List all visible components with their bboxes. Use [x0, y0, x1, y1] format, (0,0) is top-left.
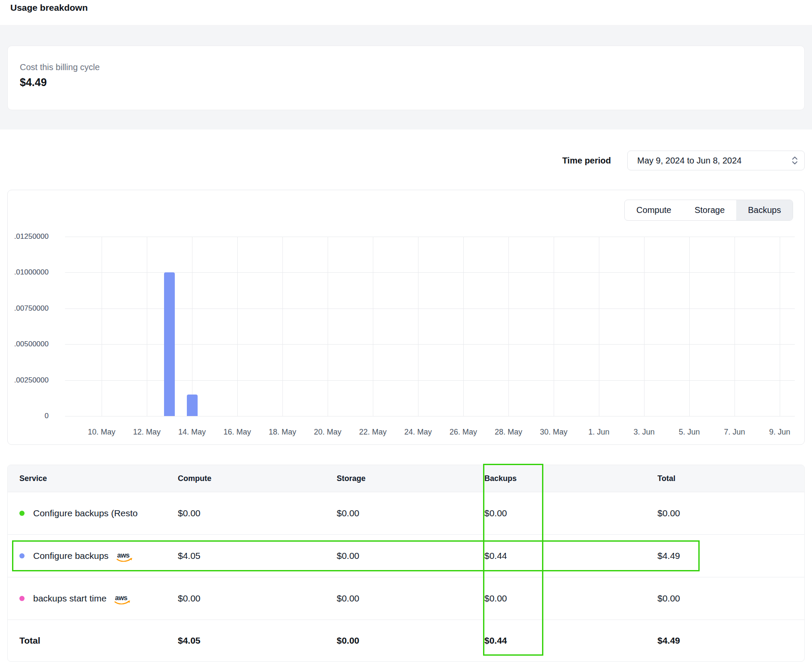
usage-page: Usage breakdown Cost this billing cycle …	[0, 0, 812, 666]
service-name: backups start time	[33, 593, 106, 604]
total-value: $0.00	[657, 508, 792, 518]
billing-cycle-label: Cost this billing cycle	[20, 62, 792, 72]
usage-table-header: ServiceComputeStorageBackupsTotal	[8, 465, 804, 492]
backups-value: $0.00	[484, 593, 657, 604]
aws-logo: aws	[113, 594, 131, 604]
storage-value: $0.00	[337, 593, 484, 604]
chart-bars	[8, 190, 804, 444]
total-label: Total	[19, 635, 178, 646]
column-header-storage: Storage	[337, 474, 484, 483]
chevron-up-down-icon	[791, 155, 798, 166]
series-dot	[19, 553, 25, 558]
service-cell: Configure backupsaws	[19, 550, 178, 562]
aws-logo: aws	[115, 551, 133, 562]
time-period-value: May 9, 2024 to Jun 8, 2024	[637, 156, 741, 166]
usage-table-body: Configure backups (Resto$0.00$0.00$0.00$…	[8, 492, 804, 661]
total-value: $0.00	[657, 593, 792, 604]
time-period-select[interactable]: May 9, 2024 to Jun 8, 2024	[627, 151, 805, 170]
service-name: Configure backups (Resto	[33, 508, 138, 518]
tab-backups[interactable]: Backups	[736, 200, 793, 220]
chart-bar-13-may	[164, 272, 175, 416]
billing-cycle-amount: $4.49	[20, 76, 792, 89]
compute-value: $0.00	[178, 593, 337, 604]
page-title: Usage breakdown	[10, 3, 88, 13]
svg-text:aws: aws	[115, 594, 127, 601]
column-header-total: Total	[657, 474, 792, 483]
column-header-backups: Backups	[484, 474, 657, 483]
series-dot	[19, 596, 25, 601]
compute-value: $0.00	[178, 508, 337, 518]
total-backups-value: $0.44	[484, 635, 657, 646]
table-row-configure-backups-resto: Configure backups (Resto$0.00$0.00$0.00$…	[8, 492, 804, 535]
aws-logo: aws	[113, 594, 131, 604]
table-row-backups-start-time: backups start timeaws$0.00$0.00$0.00$0.0…	[8, 577, 804, 620]
tab-compute[interactable]: Compute	[625, 200, 683, 220]
usage-table: ServiceComputeStorageBackupsTotal Config…	[7, 465, 805, 662]
storage-value: $0.00	[337, 551, 484, 561]
chart-tabs: ComputeStorageBackups	[624, 200, 793, 221]
series-dot	[19, 511, 25, 516]
service-name: Configure backups	[33, 551, 108, 561]
total-value: $4.49	[657, 551, 792, 561]
aws-logo: aws	[115, 551, 133, 562]
total-total-value: $4.49	[657, 635, 792, 646]
svg-text:aws: aws	[117, 552, 130, 559]
tab-storage[interactable]: Storage	[683, 200, 736, 220]
service-cell: backups start timeaws	[19, 593, 178, 604]
column-header-compute: Compute	[178, 474, 337, 483]
chart-bar-14-may	[187, 395, 198, 416]
backups-value: $0.44	[484, 551, 657, 561]
total-storage-value: $0.00	[337, 635, 484, 646]
time-period-label: Time period	[562, 156, 611, 166]
billing-summary-band: Cost this billing cycle $4.49	[0, 25, 812, 130]
table-row-configure-backups: Configure backupsaws$4.05$0.00$0.44$4.49	[8, 535, 804, 577]
column-header-service: Service	[19, 474, 178, 483]
total-compute-value: $4.05	[178, 635, 337, 646]
usage-chart-card: ComputeStorageBackups .01250000.01000000…	[7, 190, 805, 445]
compute-value: $4.05	[178, 551, 337, 561]
billing-summary-card: Cost this billing cycle $4.49	[7, 46, 805, 110]
backups-value: $0.00	[484, 508, 657, 518]
storage-value: $0.00	[337, 508, 484, 518]
table-total-row: Total$4.05$0.00$0.44$4.49	[8, 620, 804, 661]
time-period-row: Time period May 9, 2024 to Jun 8, 2024	[562, 151, 805, 170]
service-cell: Configure backups (Resto	[19, 508, 178, 518]
